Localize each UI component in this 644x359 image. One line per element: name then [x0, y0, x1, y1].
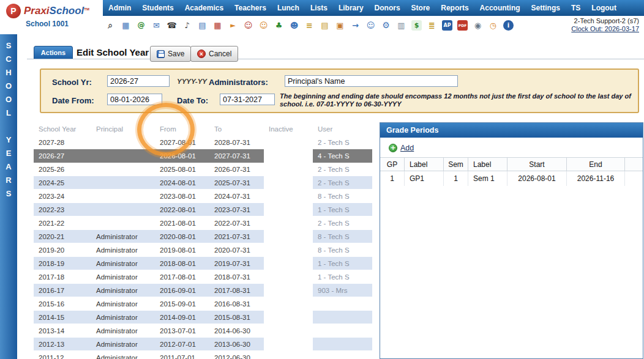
- edit-school-year-form: School Yr: YYYY-YY Administrators: Date …: [40, 68, 639, 113]
- nav-item-students[interactable]: Students: [137, 0, 179, 16]
- save-button[interactable]: Save: [150, 46, 191, 62]
- praxischool-logo[interactable]: P PraxiSchoolTM School 1001: [0, 0, 103, 34]
- school-year-row-2011-12[interactable]: 2011-12Administrator2011-07-012012-06-30: [34, 351, 372, 359]
- export-icon[interactable]: →: [350, 20, 361, 31]
- nav-item-settings[interactable]: Settings: [526, 0, 566, 16]
- grade-column-header-5: End: [567, 158, 625, 171]
- cards-icon[interactable]: ≡: [304, 20, 315, 31]
- school-year-row-2014-15[interactable]: 2014-15Administrator2014-09-012015-08-31: [34, 311, 372, 324]
- date-to-label: Date To:: [177, 96, 208, 105]
- clock-icon[interactable]: ◷: [488, 20, 498, 31]
- grade-periods-table: GPLabelSemLabelStartEnd 1GP11Sem 12026-0…: [380, 157, 643, 186]
- person-red-icon[interactable]: ☺: [243, 20, 253, 31]
- grade-period-row-1[interactable]: 1GP11Sem 12026-08-012026-11-16: [380, 171, 643, 186]
- header-divider: [27, 59, 644, 59]
- icon-toolbar: ⌕▦@✉☎♪▤▦►☺☺♣☻≡▤▣→☺⚙▥$≣APPDF◉◷i 2-Tech Su…: [103, 16, 644, 34]
- sidebar-word-school: SCHOOL: [0, 39, 17, 120]
- school-years-sidebar-tab[interactable]: SCHOOLYEARS: [0, 34, 17, 359]
- disc-icon[interactable]: ◉: [473, 20, 483, 31]
- monitor-icon[interactable]: ▤: [197, 20, 208, 31]
- add-plus-icon: +: [389, 144, 397, 152]
- school-year-row-2013-14[interactable]: 2013-14Administrator2013-07-012014-06-30: [34, 324, 372, 338]
- sidebar-word-years: YEARS: [0, 133, 17, 201]
- gear-icon[interactable]: ⚙: [381, 20, 391, 31]
- folder-icon[interactable]: ▣: [335, 20, 345, 31]
- date-range-note: The beginning and ending date should enc…: [280, 92, 634, 108]
- info-icon[interactable]: i: [503, 20, 514, 31]
- nav-item-reports[interactable]: Reports: [435, 0, 474, 16]
- column-header-user[interactable]: User: [313, 122, 372, 136]
- panel-icon[interactable]: ▥: [396, 20, 406, 31]
- school-year-row-2025-26[interactable]: 2025-262025-08-012026-07-312 - Tech S: [34, 163, 372, 176]
- column-header-school-year[interactable]: School Year: [34, 122, 91, 136]
- current-user-link[interactable]: 2-Tech Support-2 (s7): [571, 17, 639, 25]
- grade-table-header: GPLabelSemLabelStartEnd: [380, 158, 643, 171]
- ap-badge-icon[interactable]: AP: [442, 20, 452, 31]
- grade-column-header-0: GP: [380, 158, 405, 171]
- praxischool-logo-icon: P: [6, 4, 21, 18]
- page-title: Edit School Year: [77, 47, 149, 57]
- cancel-x-icon: ×: [197, 50, 206, 58]
- announcement-icon[interactable]: ►: [228, 20, 238, 31]
- school-year-row-2021-22[interactable]: 2021-222021-08-012022-07-312 - Tech S: [34, 217, 372, 230]
- calendar-red-icon[interactable]: ▦: [212, 20, 223, 31]
- email-at-icon[interactable]: @: [136, 20, 146, 31]
- column-header-from[interactable]: From: [155, 122, 209, 136]
- add-grade-period-link[interactable]: + Add: [389, 144, 425, 152]
- school-yr-label: School Yr:: [52, 78, 92, 87]
- date-from-label: Date From:: [52, 96, 94, 105]
- cash-icon[interactable]: $: [411, 20, 422, 31]
- person-blue-icon[interactable]: ☺: [365, 20, 376, 31]
- cancel-button[interactable]: × Cancel: [190, 46, 238, 62]
- school-year-row-2018-19[interactable]: 2018-19Administrator2018-08-012019-07-31…: [34, 257, 372, 270]
- school-year-row-2024-25[interactable]: 2024-252024-08-012025-07-312 - Tech S: [34, 176, 372, 190]
- nav-item-academics[interactable]: Academics: [179, 0, 229, 16]
- school-year-row-2016-17[interactable]: 2016-17Administrator2016-09-012017-08-31…: [34, 284, 372, 297]
- column-header-principal[interactable]: Principal: [91, 122, 155, 136]
- administrators-input[interactable]: [285, 75, 458, 87]
- nav-item-lists[interactable]: Lists: [305, 0, 333, 16]
- grade-table-body: 1GP11Sem 12026-08-012026-11-16: [380, 171, 643, 186]
- nav-item-logout[interactable]: Logout: [586, 0, 622, 16]
- speaker-icon[interactable]: ♪: [182, 20, 192, 31]
- column-header-inactive[interactable]: Inactive: [264, 122, 313, 136]
- clock-out-link[interactable]: Clock Out: 2026-03-17: [571, 25, 639, 33]
- notes-icon[interactable]: ▤: [320, 20, 330, 31]
- date-from-input[interactable]: [107, 94, 162, 105]
- nav-item-admin[interactable]: Admin: [103, 0, 137, 16]
- nav-item-store[interactable]: Store: [406, 0, 436, 16]
- grade-column-header-2: Sem: [444, 158, 468, 171]
- people-icon[interactable]: ☻: [289, 20, 299, 31]
- school-id: School 1001: [26, 20, 103, 28]
- pdf-icon[interactable]: PDF: [457, 20, 468, 31]
- school-year-row-2023-24[interactable]: 2023-242023-08-012024-07-318 - Tech S: [34, 190, 372, 203]
- printer-icon[interactable]: ≣: [427, 20, 437, 31]
- school-year-row-2017-18[interactable]: 2017-18Administrator2017-08-012018-07-31…: [34, 270, 372, 284]
- person-orange-icon[interactable]: ☺: [258, 20, 269, 31]
- nav-item-library[interactable]: Library: [333, 0, 369, 16]
- nav-item-lunch[interactable]: Lunch: [272, 0, 305, 16]
- nav-item-donors[interactable]: Donors: [369, 0, 406, 16]
- school-year-row-2019-20[interactable]: 2019-20Administrator2019-08-012020-07-31…: [34, 243, 372, 257]
- message-icon[interactable]: ✉: [151, 20, 162, 31]
- school-year-row-2026-27[interactable]: 2026-272026-08-012027-07-314 - Tech S: [34, 149, 372, 163]
- calendar-grid-icon[interactable]: ▦: [121, 20, 131, 31]
- school-year-row-2015-16[interactable]: 2015-16Administrator2015-09-012016-08-31: [34, 297, 372, 311]
- column-header-to[interactable]: To: [209, 122, 264, 136]
- brand-name: PraxiSchoolTM: [24, 5, 89, 17]
- nav-item-accounting[interactable]: Accounting: [474, 0, 526, 16]
- nav-item-ts[interactable]: TS: [566, 0, 586, 16]
- school-year-row-2027-28[interactable]: 2027-282027-08-012028-07-312 - Tech S: [34, 136, 372, 149]
- school-year-row-2012-13[interactable]: 2012-13Administrator2012-07-012013-06-30: [34, 338, 372, 351]
- phone-icon[interactable]: ☎: [167, 20, 177, 31]
- school-year-row-2020-21[interactable]: 2020-21Administrator2020-08-012021-07-31…: [34, 230, 372, 243]
- actions-button[interactable]: Actions: [34, 46, 73, 59]
- leaf-icon[interactable]: ♣: [274, 20, 284, 31]
- search-icon[interactable]: ⌕: [105, 20, 116, 31]
- date-to-input[interactable]: [220, 94, 275, 105]
- save-label: Save: [168, 50, 184, 58]
- nav-item-teachers[interactable]: Teachers: [229, 0, 272, 16]
- school-yr-input[interactable]: [107, 75, 170, 87]
- school-year-row-2022-23[interactable]: 2022-232022-08-012023-07-311 - Tech S: [34, 203, 372, 217]
- format-hint: YYYY-YY: [177, 78, 207, 85]
